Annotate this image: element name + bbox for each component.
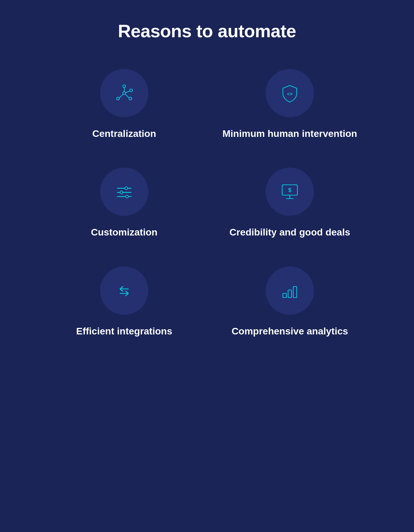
page-title: Reasons to automate	[118, 21, 296, 41]
card-comprehensive-analytics-label: Comprehensive analytics	[231, 325, 348, 338]
icon-circle-credibility: $	[266, 168, 314, 216]
card-efficient-integrations: Efficient integrations	[52, 267, 197, 338]
cards-grid: Centralization <> Minimum human interven…	[52, 69, 362, 338]
svg-line-7	[125, 94, 129, 98]
svg-rect-23	[288, 290, 292, 298]
icon-circle-minimum-human-intervention: <>	[266, 69, 314, 117]
svg-rect-24	[293, 287, 297, 298]
card-efficient-integrations-label: Efficient integrations	[76, 325, 172, 338]
network-icon	[114, 83, 135, 103]
svg-point-11	[125, 187, 128, 190]
card-credibility: $ Credibility and good deals	[217, 168, 362, 239]
svg-point-3	[129, 97, 132, 100]
card-customization: Customization	[52, 168, 197, 239]
icon-circle-centralization	[100, 69, 148, 117]
svg-point-15	[126, 195, 128, 198]
arrows-lr-icon	[114, 280, 135, 301]
bar-chart-icon	[279, 280, 300, 301]
svg-point-0	[123, 92, 126, 94]
svg-line-6	[119, 94, 123, 98]
card-minimum-human-intervention-label: Minimum human intervention	[223, 128, 357, 140]
icon-circle-customization	[100, 168, 148, 216]
svg-point-13	[120, 191, 123, 194]
card-customization-label: Customization	[91, 226, 158, 239]
card-credibility-label: Credibility and good deals	[229, 226, 350, 239]
svg-text:$: $	[288, 187, 292, 193]
svg-point-1	[123, 85, 126, 88]
svg-point-2	[117, 97, 119, 100]
icon-circle-efficient-integrations	[100, 267, 148, 315]
monitor-dollar-icon: $	[279, 181, 300, 202]
card-comprehensive-analytics: Comprehensive analytics	[217, 267, 362, 338]
svg-text:<>: <>	[287, 91, 293, 97]
card-minimum-human-intervention: <> Minimum human intervention	[217, 69, 362, 140]
sliders-icon	[114, 181, 135, 202]
card-centralization-label: Centralization	[92, 128, 156, 140]
card-centralization: Centralization	[52, 69, 197, 140]
svg-rect-22	[283, 293, 286, 298]
icon-circle-comprehensive-analytics	[266, 267, 314, 315]
svg-point-4	[130, 89, 132, 92]
shield-code-icon: <>	[279, 83, 300, 103]
svg-line-8	[126, 91, 130, 93]
